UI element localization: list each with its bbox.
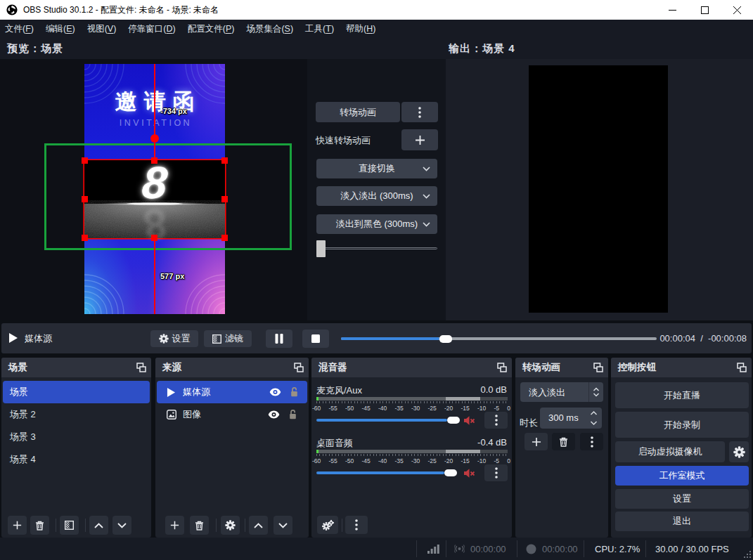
preview-pane[interactable]: 邀请函 INVITATION 8 8 [0, 59, 307, 320]
popout-icon[interactable] [737, 363, 747, 372]
virtualcam-config-button[interactable] [729, 441, 749, 462]
source-item-image[interactable]: 图像 [155, 403, 309, 426]
chevron-down-icon [423, 167, 430, 171]
program-pane[interactable] [446, 59, 753, 320]
source-properties-button[interactable] [221, 516, 240, 535]
kebab-menu-icon [355, 519, 358, 530]
scene-item-4[interactable]: 场景 4 [1, 448, 151, 471]
scene-move-up-button[interactable] [89, 516, 108, 535]
menu-help[interactable]: 帮助(H) [341, 20, 380, 39]
duration-spinbox[interactable]: 300 ms [540, 408, 602, 429]
controls-dock: 控制按钮 开始直播 开始录制 启动虚拟摄像机 工作室模式 设置 退出 [611, 358, 752, 538]
handle-bottom-center[interactable] [151, 235, 157, 241]
media-pause-button[interactable] [266, 330, 292, 348]
menu-docks[interactable]: 停靠窗口(D) [123, 20, 180, 39]
filters-icon [65, 521, 74, 530]
advanced-audio-button[interactable] [317, 516, 338, 534]
settings-button[interactable]: 设置 [615, 489, 749, 509]
popout-icon[interactable] [136, 363, 146, 372]
menu-file[interactable]: 文件(F) [0, 20, 39, 39]
spacing-bottom-label: 577 px [160, 272, 184, 280]
handle-mid-right[interactable] [221, 196, 228, 202]
visibility-eye-icon[interactable] [268, 410, 280, 419]
exit-button[interactable]: 退出 [615, 512, 749, 531]
scene-item-2[interactable]: 场景 2 [1, 403, 151, 426]
popout-icon[interactable] [497, 363, 507, 372]
tbar-handle[interactable] [316, 240, 326, 257]
transition-properties-button[interactable] [580, 433, 603, 450]
scenes-dock: 场景 场景 场景 2 场景 3 场景 4 [1, 358, 151, 538]
start-recording-button[interactable]: 开始录制 [615, 412, 749, 438]
spinner-up-icon[interactable] [590, 410, 598, 416]
media-seek-handle[interactable] [439, 335, 452, 343]
source-move-up-button[interactable] [249, 516, 268, 535]
handle-top-center[interactable] [151, 157, 157, 164]
handle-bottom-right[interactable] [221, 235, 228, 241]
transitions-button[interactable]: 转场动画 [316, 102, 400, 122]
tbar-track[interactable] [316, 247, 437, 249]
scene-item-1[interactable]: 场景 [3, 381, 150, 403]
scene-item-3[interactable]: 场景 3 [1, 426, 151, 448]
studio-mode-button[interactable]: 工作室模式 [615, 466, 749, 486]
quick-transition-add-button[interactable] [401, 129, 438, 150]
menu-profile[interactable]: 配置文件(P) [183, 20, 240, 39]
start-virtualcam-button[interactable]: 启动虚拟摄像机 [615, 441, 725, 462]
volume-slider[interactable] [316, 419, 447, 422]
handle-mid-left[interactable] [82, 196, 88, 202]
close-button[interactable] [721, 0, 753, 20]
media-filters-button[interactable]: 滤镜 [204, 330, 252, 347]
meter-tick-ruler [316, 454, 508, 456]
handle-top-left[interactable] [82, 157, 88, 164]
media-source-video[interactable]: 8 8 [84, 160, 225, 238]
sources-dock-title: 来源 [162, 361, 181, 374]
signal-bars-icon [427, 545, 439, 554]
mixer-channel-menu-button[interactable] [484, 464, 508, 481]
popout-icon[interactable] [593, 363, 603, 372]
start-streaming-button[interactable]: 开始直播 [615, 382, 749, 408]
remove-source-button[interactable] [190, 516, 209, 535]
popout-icon[interactable] [294, 363, 304, 372]
visibility-eye-icon[interactable] [269, 388, 281, 396]
muted-speaker-icon[interactable] [463, 415, 475, 426]
lock-open-icon[interactable] [288, 410, 297, 419]
media-stop-button[interactable] [302, 330, 329, 348]
menu-edit[interactable]: 编辑(E) [41, 20, 80, 39]
kebab-menu-icon [418, 107, 421, 118]
quick-transition-select-1[interactable]: 直接切换 [316, 159, 437, 178]
media-settings-button[interactable]: 设置 [150, 330, 198, 347]
chevron-down-icon [117, 523, 127, 528]
controls-dock-title: 控制按钮 [618, 361, 656, 374]
source-move-down-button[interactable] [273, 516, 292, 535]
muted-speaker-icon[interactable] [463, 468, 475, 478]
minimize-button[interactable] [656, 0, 688, 20]
add-source-button[interactable] [165, 516, 184, 535]
remove-scene-button[interactable] [30, 516, 49, 535]
rotation-handle[interactable] [150, 134, 159, 143]
quick-transition-select-3[interactable]: 淡出到黑色 (300ms) [316, 214, 437, 234]
mixer-menu-button[interactable] [345, 516, 368, 534]
menu-view[interactable]: 视图(V) [82, 20, 122, 39]
menu-tools[interactable]: 工具(T) [300, 20, 339, 39]
add-scene-button[interactable] [8, 516, 27, 535]
handle-bottom-left[interactable] [82, 235, 88, 241]
mixer-channel-menu-button[interactable] [484, 412, 508, 429]
trash-icon [559, 437, 568, 447]
maximize-button[interactable] [688, 0, 721, 20]
add-transition-button[interactable] [524, 433, 548, 450]
quick-transition-select-2[interactable]: 淡入淡出 (300ms) [316, 186, 437, 206]
scene-move-down-button[interactable] [112, 516, 131, 535]
source-item-media[interactable]: 媒体源 [157, 381, 307, 403]
remove-transition-button[interactable] [552, 433, 575, 450]
transition-combobox[interactable]: 淡入淡出 [520, 382, 603, 402]
transitions-menu-button[interactable] [401, 102, 438, 122]
resize-grip[interactable] [744, 551, 752, 559]
lock-open-icon[interactable] [290, 387, 299, 397]
spinner-down-icon[interactable] [590, 420, 598, 426]
handle-top-right[interactable] [221, 157, 228, 164]
volume-slider-handle[interactable] [444, 469, 457, 476]
volume-slider-handle[interactable] [447, 417, 460, 424]
transitions-dock: 转场动画 淡入淡出 时长 300 ms [515, 358, 608, 538]
menu-scene-collection[interactable]: 场景集合(S) [241, 20, 298, 39]
volume-slider[interactable] [316, 471, 444, 474]
scene-filters-button[interactable] [60, 516, 79, 535]
